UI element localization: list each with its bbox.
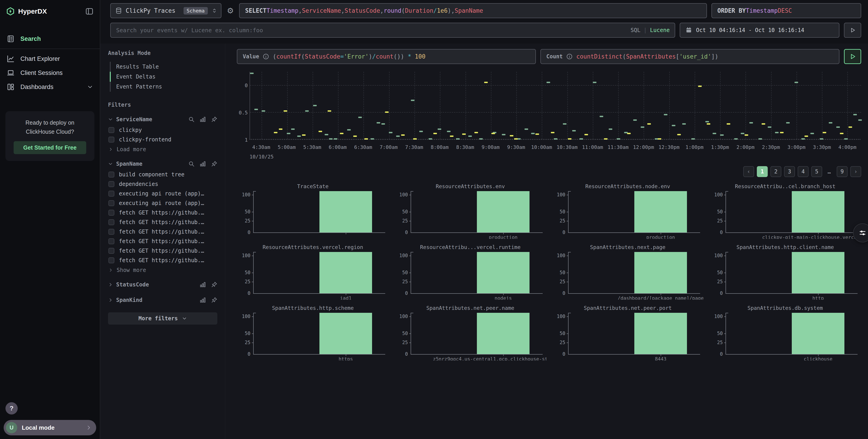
analysis-mode-event-deltas[interactable]: Event Deltas <box>110 72 217 82</box>
filter-option[interactable]: fetch GET https://github.… <box>108 236 217 246</box>
filter-option[interactable]: fetch GET https://github.… <box>108 227 217 236</box>
show-more-button[interactable]: Show more <box>108 265 217 275</box>
timeline-x-axis: 4:30am5:00am5:30am6:00am6:30am7:00am7:30… <box>250 144 861 151</box>
filter-group-header[interactable]: SpanName <box>108 158 217 170</box>
filter-option[interactable]: fetch GET https://github.… <box>108 208 217 217</box>
y-tick <box>567 333 568 334</box>
filter-option[interactable]: executing api route (app)… <box>108 198 217 208</box>
checkbox[interactable] <box>108 210 114 216</box>
x-tick-label: 10:30am <box>557 144 578 150</box>
filter-option[interactable]: executing api route (app)… <box>108 189 217 198</box>
grid-icon <box>7 83 14 91</box>
search-field: SQL | Lucene <box>110 23 675 38</box>
page-button-9[interactable]: 9 <box>837 166 847 177</box>
sql-select-editor[interactable]: SELECT Timestamp, ServiceName, StatusCod… <box>239 3 707 18</box>
code-token: * <box>404 53 415 60</box>
order-by-editor[interactable]: ORDER BY Timestamp DESC <box>711 3 861 18</box>
bar-chart-icon[interactable] <box>199 161 206 167</box>
data-mark <box>462 134 466 135</box>
data-mark <box>297 136 301 137</box>
code-token: / <box>433 7 437 14</box>
gridline <box>250 112 861 113</box>
code-token: Duration <box>405 7 433 14</box>
y-tick <box>409 195 411 195</box>
filter-option[interactable]: fetch GET https://github.… <box>108 256 217 265</box>
account-menu[interactable]: U Local mode <box>4 420 96 435</box>
y-tick-label: 100 <box>557 253 565 258</box>
sidebar-item-chart-explorer[interactable]: Chart Explorer <box>0 52 100 66</box>
checkbox[interactable] <box>108 219 114 225</box>
analysis-mode-results-table[interactable]: Results Table <box>110 62 217 72</box>
checkbox[interactable] <box>108 200 114 206</box>
filter-option[interactable]: clickpy <box>108 125 217 135</box>
date-range-picker[interactable]: Oct 10 04:16:14 - Oct 10 16:16:14 <box>680 23 839 38</box>
code-token: DESC <box>778 7 792 14</box>
load-more-button[interactable]: Load more <box>108 144 217 154</box>
help-button[interactable]: ? <box>5 402 18 414</box>
pin-icon[interactable] <box>211 161 217 167</box>
data-mark <box>627 133 631 134</box>
sidebar-item-search[interactable]: Search <box>0 32 100 46</box>
filter-group-header[interactable]: SpanKind <box>108 294 217 306</box>
code-token: countIf <box>276 53 301 60</box>
get-started-button[interactable]: Get Started for Free <box>13 141 86 154</box>
page-button-5[interactable]: 5 <box>811 166 822 177</box>
checkbox[interactable] <box>108 127 114 133</box>
filter-group-header[interactable]: StatusCode <box>108 279 217 291</box>
mode-lucene[interactable]: Lucene <box>650 27 670 33</box>
checkbox[interactable] <box>108 238 114 244</box>
pin-icon[interactable] <box>211 297 217 303</box>
checkbox[interactable] <box>108 191 114 197</box>
next-page-button[interactable]: › <box>850 166 861 177</box>
data-mark <box>780 132 784 133</box>
page-button-2[interactable]: 2 <box>770 166 781 177</box>
checkbox[interactable] <box>108 181 114 187</box>
page-button-1[interactable]: 1 <box>757 166 768 177</box>
data-mark <box>305 110 309 112</box>
checkbox[interactable] <box>108 248 114 254</box>
filter-option[interactable]: fetch GET https://github.… <box>108 246 217 256</box>
pin-icon[interactable] <box>211 116 217 123</box>
gear-icon[interactable]: ⚙ <box>226 6 235 15</box>
count-expression-field[interactable]: Count countDistinct(SpanAttributes['user… <box>540 49 839 64</box>
search-icon[interactable] <box>188 116 195 123</box>
mode-sql[interactable]: SQL <box>630 27 640 33</box>
prev-page-button[interactable]: ‹ <box>743 166 754 177</box>
data-mark <box>547 82 550 83</box>
sidebar-item-client-sessions[interactable]: Client Sessions <box>0 66 100 80</box>
sidebar-nav: SearchChart ExplorerClient SessionsDashb… <box>0 32 100 94</box>
pin-icon[interactable] <box>211 282 217 288</box>
y-tick <box>409 221 411 221</box>
bar-chart-icon[interactable] <box>199 282 206 288</box>
filter-option[interactable]: dependencies <box>108 179 217 189</box>
checkbox[interactable] <box>108 172 114 177</box>
value-expression-field[interactable]: Value (countIf(StatusCode='Error')/count… <box>237 49 536 64</box>
search-input[interactable] <box>110 23 675 38</box>
y-tick-label: 25 <box>717 218 723 224</box>
filter-option[interactable]: clickpy-frontend <box>108 135 217 144</box>
chart-title: SpanAttributes.next.page <box>552 244 704 251</box>
more-filters-button[interactable]: More filters <box>108 312 217 325</box>
filter-option[interactable]: build component tree <box>108 170 217 179</box>
data-mark <box>848 126 852 128</box>
source-select[interactable]: ClickPy Traces Schema <box>110 3 221 18</box>
run-query-button[interactable] <box>844 49 861 64</box>
filter-group-header[interactable]: ServiceName <box>108 114 217 125</box>
search-icon[interactable] <box>188 161 195 167</box>
checkbox[interactable] <box>108 137 114 143</box>
bar-chart-icon[interactable] <box>199 297 206 303</box>
sidebar-item-dashboards[interactable]: Dashboards <box>0 80 100 94</box>
checkbox[interactable] <box>108 229 114 235</box>
analysis-mode-event-patterns[interactable]: Event Patterns <box>110 82 217 92</box>
sidebar-header: HyperDX <box>0 0 100 23</box>
sidebar-collapse-icon[interactable] <box>85 7 93 16</box>
bar-chart-icon[interactable] <box>199 116 206 123</box>
gridline <box>618 72 619 139</box>
checkbox[interactable] <box>108 257 114 263</box>
page-button-3[interactable]: 3 <box>784 166 795 177</box>
page-button-4[interactable]: 4 <box>798 166 809 177</box>
x-tick <box>661 232 661 234</box>
y-tick-label: 50 <box>717 270 723 275</box>
filter-option[interactable]: fetch GET https://github.… <box>108 217 217 227</box>
search-run-button[interactable] <box>844 23 861 38</box>
